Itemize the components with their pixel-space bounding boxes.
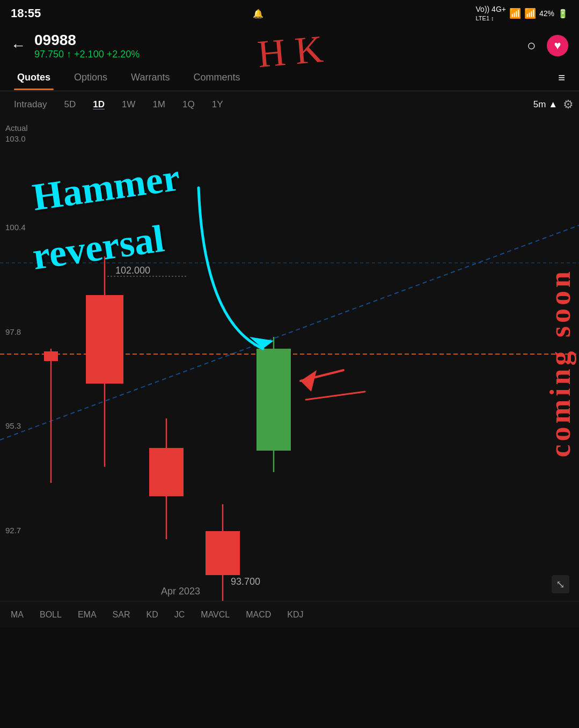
indicator-kd[interactable]: KD [146, 610, 158, 620]
chart-settings-icon[interactable]: ⚙ [563, 98, 574, 112]
chart-area: Actual 103.0 100.4 97.8 95.3 92.7 [0, 118, 579, 601]
status-time: 18:55 [11, 6, 41, 20]
svg-rect-12 [206, 531, 240, 575]
indicator-ma[interactable]: MA [11, 610, 24, 620]
chart-svg: 102.000 93.700 Apr 2023 [0, 118, 579, 601]
nav-menu-button[interactable]: ≡ [549, 67, 574, 89]
header: ← 09988 97.750 ↑ +2.100 +2.20% ○ ♥ [0, 27, 579, 64]
back-button[interactable]: ← [11, 37, 26, 54]
period-1q[interactable]: 1Q [174, 95, 203, 114]
time-period-bar: Intraday 5D 1D 1W 1M 1Q 1Y 5m ▲ ⚙ [0, 91, 579, 118]
svg-rect-9 [149, 448, 184, 496]
indicator-mavcl[interactable]: MAVCL [201, 610, 230, 620]
indicator-kdj[interactable]: KDJ [287, 610, 303, 620]
indicator-jc[interactable]: JC [174, 610, 185, 620]
favorite-button[interactable]: ♥ [547, 35, 568, 56]
period-5d[interactable]: 5D [55, 95, 84, 114]
network-label: Vo)) 4G+LTE1 ↕ [476, 5, 506, 22]
svg-rect-6 [86, 295, 123, 384]
search-button[interactable]: ○ [527, 37, 536, 54]
tab-options[interactable]: Options [62, 65, 119, 90]
indicator-macd[interactable]: MACD [246, 610, 271, 620]
period-1d[interactable]: 1D [84, 95, 113, 114]
period-intraday[interactable]: Intraday [5, 95, 55, 114]
tab-comments[interactable]: Comments [181, 65, 252, 90]
indicator-sar[interactable]: SAR [113, 610, 130, 620]
svg-text:102.000: 102.000 [115, 265, 150, 276]
stock-info: 09988 97.750 ↑ +2.100 +2.20% [34, 32, 518, 60]
signal-icon2: 📶 [524, 8, 536, 19]
nav-tabs: Quotes Options Warrants Comments ≡ [0, 64, 579, 91]
interval-label[interactable]: 5m ▲ [533, 99, 558, 110]
header-actions: ○ ♥ [527, 35, 568, 56]
price-value: 97.750 [34, 49, 64, 60]
notification-icon: 🔔 [253, 9, 263, 19]
price-change-pct: +2.20% [107, 49, 140, 60]
indicator-ema[interactable]: EMA [78, 610, 97, 620]
tab-quotes[interactable]: Quotes [5, 65, 62, 90]
svg-line-24 [306, 392, 365, 400]
battery-icon: 🔋 [558, 9, 568, 19]
indicator-boll[interactable]: BOLL [40, 610, 62, 620]
battery-label: 42% [539, 9, 554, 18]
period-1w[interactable]: 1W [113, 95, 144, 114]
status-bar: 18:55 🔔 Vo)) 4G+LTE1 ↕ 📶 📶 42% 🔋 [0, 0, 579, 27]
price-arrow: ↑ [67, 49, 71, 60]
indicator-bar: MA BOLL EMA SAR KD JC MAVCL MACD KDJ [0, 601, 579, 628]
heart-icon: ♥ [554, 39, 561, 53]
svg-marker-23 [301, 370, 317, 392]
time-right-controls: 5m ▲ ⚙ [533, 98, 574, 112]
tab-warrants[interactable]: Warrants [119, 65, 181, 90]
signal-icon: 📶 [509, 8, 521, 19]
expand-button[interactable]: ⤡ [552, 575, 569, 593]
svg-rect-4 [44, 351, 58, 361]
svg-rect-15 [256, 349, 291, 451]
period-1y[interactable]: 1Y [203, 95, 232, 114]
stock-ticker: 09988 [34, 32, 518, 49]
price-change: +2.100 [74, 49, 104, 60]
status-icons: Vo)) 4G+LTE1 ↕ 📶 📶 42% 🔋 [476, 5, 568, 22]
svg-text:Apr 2023: Apr 2023 [161, 586, 200, 597]
period-1m[interactable]: 1M [144, 95, 174, 114]
svg-text:93.700: 93.700 [231, 576, 260, 587]
stock-price: 97.750 ↑ +2.100 +2.20% [34, 49, 518, 60]
